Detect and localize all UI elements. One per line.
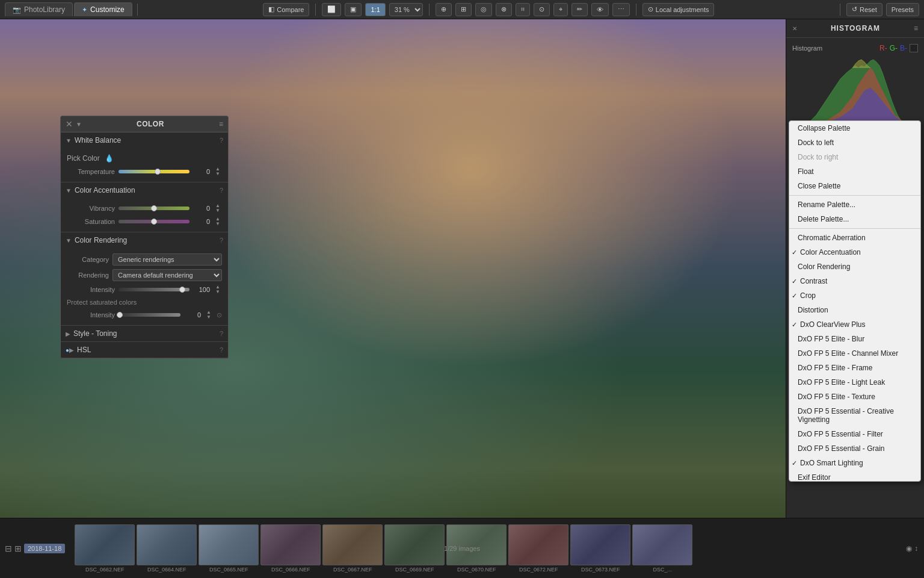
ctx-item-3[interactable]: Float: [789, 164, 920, 179]
panel-collapse-arrow[interactable]: ▼: [76, 121, 82, 128]
red-eye-tool[interactable]: ◎: [475, 3, 492, 16]
ctx-item-1[interactable]: Dock to left: [789, 135, 920, 150]
ctx-item-10[interactable]: Color Accentuation: [789, 245, 920, 259]
film-item-5[interactable]: DSC_0669.NEF: [384, 524, 445, 573]
saturation-stepper[interactable]: ▲ ▼: [214, 217, 222, 226]
ctx-item-4[interactable]: Close Palette: [789, 179, 920, 193]
cursor-tool[interactable]: ⊕: [436, 3, 452, 16]
ctx-item-22[interactable]: DxO FP 5 Essential - Filter: [789, 427, 920, 441]
saturation-slider[interactable]: [119, 220, 189, 223]
ctx-item-15[interactable]: DxO ClearView Plus: [789, 317, 920, 332]
ctx-item-18[interactable]: DxO FP 5 Elite - Frame: [789, 361, 920, 375]
rendering-select[interactable]: Camera default rendering: [112, 269, 222, 281]
filmstrip-filter-icon[interactable]: ⊞: [14, 544, 22, 553]
saturation-row: Saturation 0 ▲ ▼: [67, 215, 222, 228]
ctx-item-20[interactable]: DxO FP 5 Elite - Texture: [789, 390, 920, 404]
white-balance-content: Pick Color 💧 Temperature 0 ▲ ▼: [61, 148, 228, 182]
ctx-item-14[interactable]: Distortion: [789, 303, 920, 317]
white-balance-label: White Balance: [75, 136, 220, 144]
st-help-icon[interactable]: ?: [220, 330, 223, 337]
crop-tool[interactable]: ⊞: [455, 3, 472, 16]
repair-tool[interactable]: ⊗: [496, 3, 512, 16]
cr-intensity-slider[interactable]: [119, 288, 189, 291]
color-rendering-header[interactable]: ▼ Color Rendering ?: [61, 232, 228, 248]
protect-intensity-slider[interactable]: [119, 313, 180, 317]
temperature-slider[interactable]: [119, 170, 189, 173]
style-toning-header[interactable]: ▶ Style - Toning ?: [61, 326, 228, 341]
tab-customize[interactable]: ✦ Customize: [74, 2, 132, 16]
film-item-8[interactable]: DSC_0673.NEF: [570, 524, 630, 573]
panel-close-button[interactable]: ✕: [66, 119, 73, 129]
ctx-item-0[interactable]: Collapse Palette: [789, 121, 920, 135]
white-balance-header[interactable]: ▼ White Balance ?: [61, 132, 228, 148]
ctx-item-19[interactable]: DxO FP 5 Elite - Light Leak: [789, 375, 920, 390]
filmstrip-circle-icon[interactable]: ◉: [906, 544, 912, 553]
ctx-item-16[interactable]: DxO FP 5 Elite - Blur: [789, 332, 920, 346]
local-adj-tool[interactable]: ⊙: [534, 3, 550, 16]
saturation-down[interactable]: ▼: [214, 222, 222, 226]
reset-button[interactable]: ↺ Reset: [846, 3, 882, 16]
gradient-tool[interactable]: ⌖: [553, 3, 568, 16]
category-label: Category: [67, 256, 109, 263]
ctx-item-24[interactable]: DxO Smart Lighting: [789, 456, 920, 470]
panel-menu-button[interactable]: ≡: [219, 120, 223, 128]
ratio-button[interactable]: 1:1: [365, 3, 385, 16]
cr-intensity-stepper[interactable]: ▲ ▼: [214, 285, 222, 294]
ctx-item-11[interactable]: Color Rendering: [789, 259, 920, 274]
film-label-6: DSC_0670.NEF: [457, 567, 496, 573]
ctx-item-7[interactable]: Delete Palette...: [789, 212, 920, 226]
ctx-item-23[interactable]: DxO FP 5 Essential - Grain: [789, 441, 920, 456]
view-tool[interactable]: 👁: [591, 3, 609, 16]
ctx-item-9[interactable]: Chromatic Aberration: [789, 231, 920, 245]
film-item-1[interactable]: DSC_0664.NEF: [137, 524, 197, 573]
ctx-item-21[interactable]: DxO FP 5 Essential - Creative Vignetting: [789, 404, 920, 427]
protect-intensity-stepper[interactable]: ▲ ▼: [205, 310, 213, 320]
zoom-select[interactable]: 31 %: [389, 3, 423, 16]
filmstrip-date[interactable]: 2018-11-18: [24, 544, 65, 553]
cr-intensity-down[interactable]: ▼: [214, 290, 222, 294]
filmstrip-nav-left[interactable]: ⊟: [5, 544, 12, 553]
more-tools[interactable]: ⋯: [612, 3, 630, 16]
color-accentuation-section: ▼ Color Accentuation ? Vibrancy 0 ▲ ▼: [61, 182, 228, 232]
ctx-item-12[interactable]: Contrast: [789, 274, 920, 288]
film-item-9[interactable]: DSC_...: [632, 524, 692, 573]
ctx-item-25[interactable]: Exif Editor: [789, 470, 920, 482]
color-accentuation-header[interactable]: ▼ Color Accentuation ?: [61, 182, 228, 198]
filmstrip-count: 1/29 images: [444, 545, 480, 552]
ctx-item-17[interactable]: DxO FP 5 Elite - Channel Mixer: [789, 346, 920, 361]
wb-help-icon[interactable]: ?: [220, 137, 223, 144]
film-label-3: DSC_0666.NEF: [271, 567, 310, 573]
vibrancy-down[interactable]: ▼: [214, 208, 222, 213]
frame-button[interactable]: ⬜: [322, 3, 341, 16]
cr-help-icon[interactable]: ?: [220, 237, 223, 244]
temperature-stepper[interactable]: ▲ ▼: [214, 167, 222, 176]
histogram-close-icon[interactable]: ✕: [792, 25, 797, 32]
compare-button[interactable]: ◧ Compare: [263, 3, 309, 16]
protect-options-icon[interactable]: ⊙: [217, 311, 222, 319]
ca-help-icon[interactable]: ?: [220, 187, 223, 194]
category-select[interactable]: Generic renderings: [112, 253, 222, 266]
film-item-3[interactable]: DSC_0666.NEF: [260, 524, 321, 573]
film-item-7[interactable]: DSC_0672.NEF: [508, 524, 568, 573]
temperature-down[interactable]: ▼: [214, 172, 222, 176]
square-button[interactable]: ▣: [345, 3, 362, 16]
film-item-4[interactable]: DSC_0667.NEF: [322, 524, 383, 573]
vibrancy-stepper[interactable]: ▲ ▼: [214, 204, 222, 213]
ctx-item-2[interactable]: Dock to right: [789, 150, 920, 164]
ctx-item-6[interactable]: Rename Palette...: [789, 197, 920, 212]
hsl-help-icon[interactable]: ?: [220, 346, 223, 353]
presets-button[interactable]: Presets: [886, 3, 919, 16]
hsl-header[interactable]: ● ▶ HSL ?: [61, 342, 228, 358]
histogram-menu-icon[interactable]: ≡: [914, 24, 918, 33]
tab-photolibrary[interactable]: 📷 PhotoLibrary: [5, 2, 73, 16]
filmstrip-expand-icon[interactable]: ↕: [914, 544, 918, 553]
protect-intensity-down[interactable]: ▼: [205, 315, 213, 320]
eyedropper-icon[interactable]: 💧: [105, 154, 114, 163]
local-adj-button[interactable]: ⊙ Local adjustments: [642, 3, 715, 16]
vibrancy-slider[interactable]: [119, 207, 189, 210]
ctx-item-13[interactable]: Crop: [789, 288, 920, 303]
film-item-0[interactable]: DSC_0662.NEF: [75, 524, 135, 573]
film-item-2[interactable]: DSC_0665.NEF: [199, 524, 259, 573]
horizon-tool[interactable]: ⌗: [516, 3, 530, 16]
brush-tool[interactable]: ✏: [571, 3, 588, 16]
